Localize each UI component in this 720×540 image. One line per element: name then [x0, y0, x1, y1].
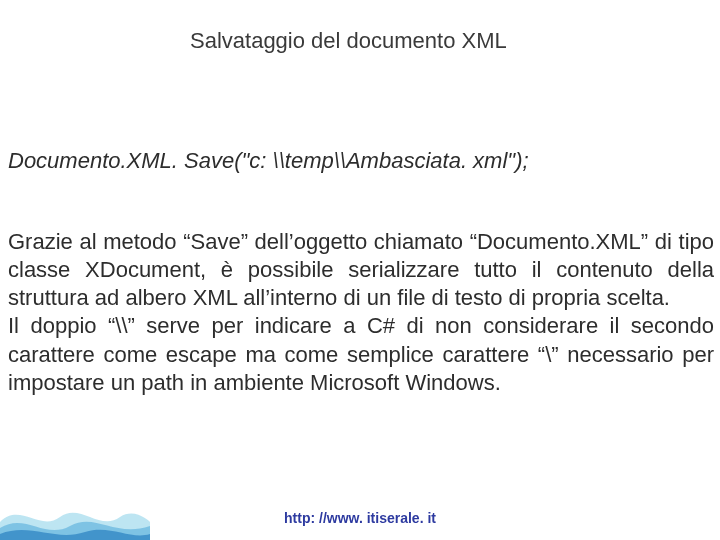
slide-title: Salvataggio del documento XML [190, 28, 507, 54]
code-example: Documento.XML. Save("c: \\temp\\Ambascia… [8, 148, 529, 174]
body-paragraph: Grazie al metodo “Save” dell’oggetto chi… [8, 228, 714, 397]
footer-url: http: //www. itiserale. it [0, 510, 720, 526]
body-text-content: Grazie al metodo “Save” dell’oggetto chi… [8, 228, 714, 397]
slide: Salvataggio del documento XML Documento.… [0, 0, 720, 540]
